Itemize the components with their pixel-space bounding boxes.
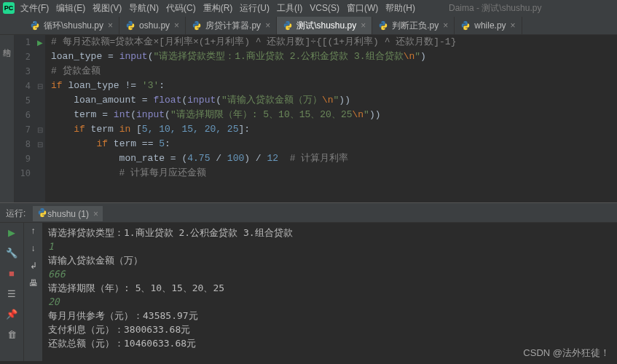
code-editor[interactable]: # 每月还款额=贷款本金×[月利率×(1+月利率) ^ 还款月数]÷{[(1+月… [45, 35, 617, 202]
tab-1[interactable]: oshu.py× [119, 17, 186, 34]
console-line: 请选择贷款类型：1.商业贷款 2.公积金贷款 3.组合贷款 [48, 226, 611, 240]
tab-0[interactable]: 循环\shushu.py× [24, 17, 119, 34]
console-line: 请选择期限（年）: 5、10、15、20、25 [48, 281, 611, 295]
trash-icon[interactable]: 🗑 [5, 328, 18, 341]
close-icon[interactable]: × [265, 20, 270, 31]
line-number: 1 [15, 37, 35, 47]
window-title: Daima - 测试\shushu.py [449, 2, 541, 15]
fold-icon[interactable]: ⊟ [35, 82, 45, 90]
console-line: 请输入贷款金额（万） [48, 253, 611, 267]
line-number: 8 [15, 139, 35, 149]
tab-label: oshu.py [139, 20, 170, 31]
tab-label: 测试\shushu.py [296, 20, 356, 32]
run-tab-label: shushu (1) [47, 209, 89, 219]
close-icon[interactable]: × [511, 20, 516, 31]
line-number: 9 [15, 154, 35, 164]
run-toolbar-left: ▶ 🔧 ■ ☰ 📌 🗑 [0, 223, 23, 361]
menu-vcs[interactable]: VCS(S) [310, 3, 339, 13]
menu-file[interactable]: 文件(F) [20, 2, 49, 15]
wrap-icon[interactable]: ↲ [30, 261, 37, 271]
tab-4[interactable]: 判断正负.py× [372, 17, 455, 34]
tab-3[interactable]: 测试\shushu.py× [277, 17, 372, 34]
menu-view[interactable]: 视图(V) [93, 2, 122, 15]
menu-code[interactable]: 代码(C) [166, 2, 196, 15]
tab-2[interactable]: 房贷计算器.py× [186, 17, 277, 34]
structure-tool-strip[interactable]: 结构 [0, 35, 15, 202]
rerun-button[interactable]: ▶ [5, 226, 18, 239]
stop-button[interactable]: ■ [5, 266, 18, 280]
console-output[interactable]: 请选择贷款类型：1.商业贷款 2.公积金贷款 3.组合贷款 1 请输入贷款金额（… [42, 223, 617, 361]
line-number: 2 [15, 52, 35, 62]
python-file-icon [30, 20, 40, 31]
main-menubar: PC 文件(F) 编辑(E) 视图(V) 导航(N) 代码(C) 重构(R) 运… [0, 0, 617, 16]
line-number: 5 [15, 95, 35, 106]
run-label: 运行: [6, 207, 25, 220]
menu-run[interactable]: 运行(U) [240, 2, 270, 15]
svg-point-1 [36, 28, 36, 29]
layout-icon[interactable]: ☰ [5, 287, 18, 300]
tab-5[interactable]: while.py× [455, 17, 522, 34]
editor-tabs: 循环\shushu.py× oshu.py× 房贷计算器.py× 测试\shus… [0, 16, 617, 35]
line-number: 10 [15, 168, 35, 178]
menu-edit[interactable]: 编辑(E) [56, 2, 85, 15]
print-icon[interactable]: 🖶 [29, 278, 38, 288]
console-line: 每月月供参考（元）：43585.97元 [48, 309, 611, 323]
python-file-icon [460, 20, 471, 31]
menu-tools[interactable]: 工具(I) [277, 2, 302, 15]
python-file-icon [192, 20, 202, 31]
tab-label: 房贷计算器.py [205, 20, 261, 32]
down-icon[interactable]: ↓ [31, 243, 36, 253]
python-file-icon [283, 20, 293, 31]
run-panel: ▶ 🔧 ■ ☰ 📌 🗑 ↑ ↓ ↲ 🖶 请选择贷款类型：1.商业贷款 2.公积金… [0, 223, 617, 361]
line-number: 6 [15, 110, 35, 120]
console-input: 20 [48, 295, 611, 309]
settings-icon[interactable]: 🔧 [5, 246, 18, 259]
run-tool-header: 运行: shushu (1) × [0, 205, 617, 223]
gutter: 1▶ 2 3 4⊟ 5 6 7⊟ 8⊟ 9 10 [15, 35, 45, 202]
tab-label: 循环\shushu.py [44, 20, 103, 32]
console-line: 支付利息（元）：3800633.68元 [48, 323, 611, 336]
console-input: 1 [48, 240, 611, 253]
tab-label: while.py [474, 20, 506, 31]
menu-window[interactable]: 窗口(W) [347, 2, 378, 15]
python-file-icon [125, 20, 135, 31]
close-icon[interactable]: × [361, 20, 366, 31]
up-icon[interactable]: ↑ [31, 226, 36, 236]
menu-navigate[interactable]: 导航(N) [129, 2, 159, 15]
fold-icon[interactable]: ⊟ [35, 126, 45, 134]
app-icon: PC [3, 2, 15, 14]
run-toolbar-left2: ↑ ↓ ↲ 🖶 [23, 223, 42, 361]
line-number: 4 [15, 81, 35, 91]
tab-label: 判断正负.py [392, 20, 439, 32]
close-icon[interactable]: × [108, 20, 113, 31]
editor-area: 结构 1▶ 2 3 4⊟ 5 6 7⊟ 8⊟ 9 10 # 每月还款额=贷款本金… [0, 35, 617, 202]
line-number: 7 [15, 124, 35, 135]
menu-help[interactable]: 帮助(H) [385, 2, 415, 15]
console-input: 666 [48, 267, 611, 281]
pin-icon[interactable]: 📌 [5, 307, 18, 320]
run-tab[interactable]: shushu (1) × [33, 206, 103, 221]
python-file-icon [37, 207, 47, 220]
close-icon[interactable]: × [443, 20, 448, 31]
close-icon[interactable]: × [93, 209, 98, 219]
watermark: CSDN @法外狂徒！ [523, 347, 610, 360]
fold-icon[interactable]: ⊟ [35, 141, 45, 149]
svg-point-0 [34, 22, 34, 23]
run-gutter-icon[interactable]: ▶ [35, 39, 45, 47]
menu-refactor[interactable]: 重构(R) [203, 2, 233, 15]
python-file-icon [378, 20, 388, 31]
close-icon[interactable]: × [174, 20, 179, 31]
line-number: 3 [15, 66, 35, 76]
